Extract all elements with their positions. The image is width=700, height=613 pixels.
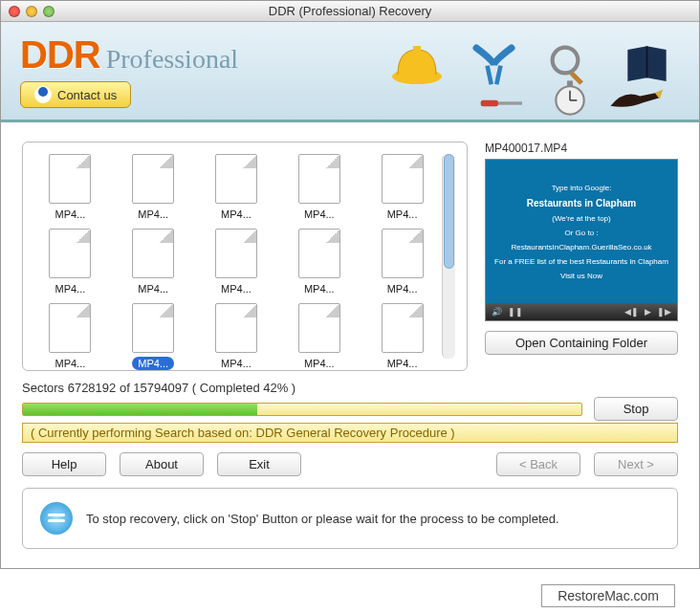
file-icon [298,229,340,278]
file-label: MP4... [298,282,340,296]
brand-sub: Professional [106,44,238,75]
svg-rect-1 [413,46,421,54]
footer-watermark: RestoreMac.com [541,584,675,607]
file-item[interactable]: MP4... [366,229,438,296]
file-item[interactable]: MP4... [283,303,355,370]
exit-button[interactable]: Exit [217,452,301,476]
file-icon [215,229,257,278]
screwdriver-icon [479,79,527,122]
about-button[interactable]: About [120,452,204,476]
contact-us-button[interactable]: Contact us [20,81,131,108]
file-scrollbar[interactable] [442,154,455,359]
preview-line: Type into Google: [552,184,612,192]
video-preview: Type into Google: Restaurants in Clapham… [485,159,678,321]
file-icon [298,303,340,353]
file-item[interactable]: MP4... [34,154,106,221]
file-icon [132,154,174,204]
sectors-status: Sectors 6728192 of 15794097 ( Completed … [22,381,678,395]
file-icon [382,303,424,353]
info-icon [40,502,73,535]
preview-panel: MP400017.MP4 Type into Google: Restauran… [485,142,678,371]
svg-point-4 [553,48,579,74]
preview-line: (We're at the top) [552,214,610,223]
file-label: MP4... [132,357,174,370]
play-icon[interactable]: ▶ [645,307,651,317]
progress-fill [23,404,257,415]
titlebar: DDR (Professional) Recovery [1,1,699,22]
stop-button[interactable]: Stop [594,397,678,421]
hardhat-icon [383,32,450,99]
file-list-panel: MP4...MP4...MP4...MP4...MP4...MP4...MP4.… [22,142,468,371]
preview-line: For a FREE list of the best Restaurants … [494,257,668,266]
file-icon [49,303,91,353]
progress-bar [22,403,582,416]
file-item[interactable]: MP4... [201,229,273,296]
header-tool-icons [383,32,680,99]
next-icon[interactable]: ❚▶ [657,307,671,317]
file-item[interactable]: MP4... [118,154,189,221]
file-label: MP4... [50,282,92,296]
brand-logo: DDR [20,33,100,77]
file-label: MP4... [215,282,257,296]
hint-panel: To stop recovery, click on 'Stop' Button… [22,488,678,549]
back-button[interactable]: < Back [496,452,580,476]
file-label: MP4... [298,357,340,370]
file-icon [382,154,424,204]
stopwatch-icon [546,74,594,121]
file-icon [215,303,257,353]
file-label: MP4... [132,208,174,221]
prev-icon[interactable]: ◀❚ [624,307,639,317]
file-label: MP4... [215,357,257,370]
next-button[interactable]: Next > [594,452,678,476]
contact-avatar-icon [34,86,52,103]
preview-line: Restaurants in Clapham [527,198,636,208]
file-item[interactable]: MP4... [366,154,438,221]
window-title: DDR (Professional) Recovery [1,4,699,18]
scrollbar-thumb[interactable] [444,154,454,269]
file-item[interactable]: MP4... [366,303,438,370]
file-icon [49,229,91,278]
file-label: MP4... [382,282,424,296]
file-item[interactable]: MP4... [283,229,355,296]
file-label: MP4... [50,208,92,221]
preview-line: RestaurantsInClapham.GuerillaSeo.co.uk [511,243,651,252]
preview-line: Or Go to : [564,229,598,237]
file-icon [215,154,257,204]
file-item[interactable]: MP4... [283,154,355,221]
help-button[interactable]: Help [22,452,106,476]
file-item[interactable]: MP4... [118,303,189,370]
file-item[interactable]: MP4... [201,303,273,370]
file-icon [132,303,174,353]
svg-rect-10 [567,80,573,86]
file-label: MP4... [382,208,424,221]
preview-line: Visit us Now [560,272,602,280]
hint-text: To stop recovery, click on 'Stop' Button… [86,512,559,526]
file-item[interactable]: MP4... [34,303,106,370]
volume-icon[interactable]: 🔊 [492,307,502,317]
contact-label: Contact us [57,88,117,102]
file-label: MP4... [382,357,424,370]
preview-filename: MP400017.MP4 [485,142,678,155]
open-containing-folder-button[interactable]: Open Containing Folder [485,331,678,355]
pause-icon[interactable]: ❚❚ [508,307,523,317]
header-banner: DDR Professional Contact us [1,22,699,122]
svg-rect-7 [481,100,498,107]
file-icon [298,154,340,204]
file-item[interactable]: MP4... [34,229,106,296]
file-label: MP4... [215,208,257,221]
video-controls: 🔊 ❚❚ ◀❚ ▶ ❚▶ [486,303,677,320]
pen-icon [607,79,665,118]
file-item[interactable]: MP4... [118,229,189,296]
file-item[interactable]: MP4... [201,154,273,221]
file-label: MP4... [298,208,340,221]
svg-rect-8 [498,101,522,104]
file-label: MP4... [132,282,174,296]
file-icon [382,229,424,278]
file-label: MP4... [50,357,92,370]
file-icon [49,154,91,204]
search-procedure-note: ( Currently performing Search based on: … [22,423,678,443]
file-icon [132,229,174,278]
